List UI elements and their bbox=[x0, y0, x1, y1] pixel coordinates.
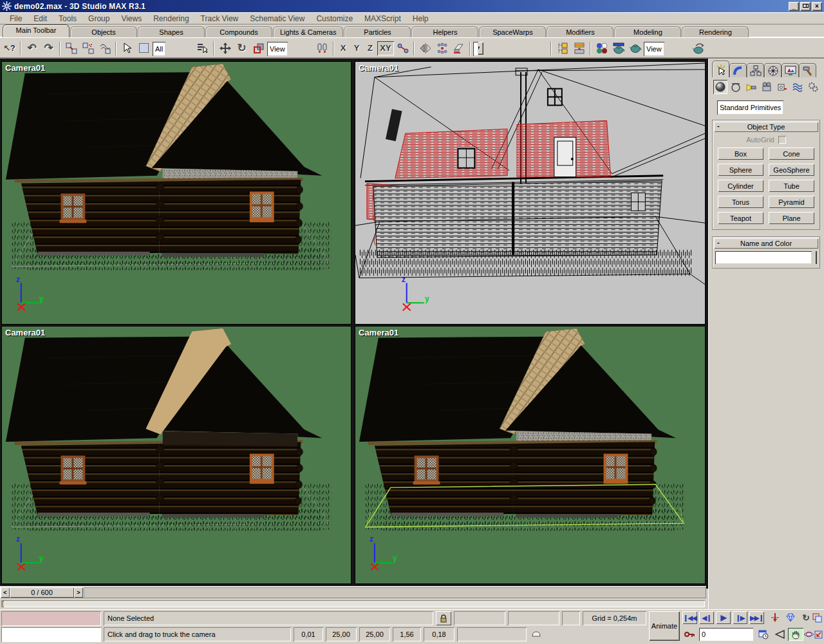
open-schematic-view-button[interactable] bbox=[571, 40, 587, 57]
coord-extra-field-2[interactable]: 0,18 bbox=[424, 627, 454, 641]
sphere-button[interactable]: Sphere bbox=[718, 164, 763, 176]
plane-button[interactable]: Plane bbox=[769, 212, 814, 224]
current-frame-input[interactable] bbox=[699, 628, 753, 641]
close-button[interactable]: × bbox=[812, 2, 822, 11]
undo-button[interactable]: ↶ bbox=[24, 40, 40, 57]
zoom-extents-all-button[interactable] bbox=[783, 611, 798, 624]
systems-category-button[interactable] bbox=[806, 80, 820, 94]
tab-spacewarps[interactable]: SpaceWarps bbox=[479, 26, 546, 37]
selection-filter-dropdown[interactable]: All ▼ bbox=[153, 42, 194, 55]
display-tab[interactable] bbox=[782, 63, 799, 77]
cone-button[interactable]: Cone bbox=[769, 147, 814, 160]
time-slider-track[interactable] bbox=[84, 587, 706, 598]
cylinder-button[interactable]: Cylinder bbox=[718, 180, 763, 192]
hierarchy-tab[interactable] bbox=[747, 63, 764, 77]
geosphere-button[interactable]: GeoSphere bbox=[769, 164, 814, 176]
tab-helpers[interactable]: Helpers bbox=[411, 26, 478, 37]
coord-x-field[interactable]: 0,01 bbox=[294, 627, 323, 641]
object-color-swatch[interactable] bbox=[816, 251, 817, 264]
help-mode-button[interactable]: ↖? bbox=[1, 40, 17, 57]
tab-shapes[interactable]: Shapes bbox=[138, 26, 205, 37]
select-and-link-button[interactable] bbox=[63, 40, 79, 57]
tube-button[interactable]: Tube bbox=[769, 180, 814, 192]
torus-button[interactable]: Torus bbox=[718, 196, 763, 208]
viewport-label[interactable]: Camera01 bbox=[5, 63, 45, 73]
viewport-bottom-right-camera01-active[interactable]: Camera01 z y bbox=[355, 326, 706, 584]
min-max-toggle-button[interactable] bbox=[814, 628, 823, 641]
key-mode-toggle[interactable] bbox=[767, 611, 783, 624]
coord-y-field[interactable]: 25,00 bbox=[326, 627, 357, 641]
mirror-button[interactable] bbox=[417, 40, 433, 57]
teapot-button[interactable]: Teapot bbox=[718, 212, 763, 224]
coord-extra-field[interactable]: 1,56 bbox=[393, 627, 421, 641]
reference-coordinate-dropdown[interactable]: View ▼ bbox=[267, 42, 314, 55]
menu-customize[interactable]: Customize bbox=[310, 13, 359, 24]
orbit-camera-button[interactable] bbox=[803, 628, 814, 641]
menu-help[interactable]: Help bbox=[407, 13, 435, 24]
align-flyout-button[interactable] bbox=[451, 40, 467, 57]
box-button[interactable]: Box bbox=[718, 147, 763, 160]
pyramid-button[interactable]: Pyramid bbox=[769, 196, 814, 208]
region-select-button[interactable] bbox=[136, 40, 152, 57]
time-slider-thumb[interactable]: 0 / 600 bbox=[10, 587, 74, 598]
open-track-view-button[interactable] bbox=[554, 40, 570, 57]
menu-schematic-view[interactable]: Schematic View bbox=[244, 13, 310, 24]
name-color-rollout-header[interactable]: - Name and Color bbox=[714, 238, 818, 249]
object-type-rollout-header[interactable]: - Object Type bbox=[714, 122, 818, 132]
render-type-dropdown[interactable]: View ▼ bbox=[644, 42, 690, 55]
spacewarps-category-button[interactable] bbox=[791, 80, 805, 94]
menu-views[interactable]: Views bbox=[115, 13, 147, 24]
time-configuration-button[interactable] bbox=[756, 628, 771, 641]
restrict-z-button[interactable]: Z bbox=[364, 41, 377, 55]
menu-maxscript[interactable]: MAXScript bbox=[359, 13, 407, 24]
minimize-button[interactable]: _ bbox=[789, 2, 799, 11]
menu-track-view[interactable]: Track View bbox=[195, 13, 245, 24]
previous-frame-slider-button[interactable]: < bbox=[1, 587, 10, 598]
next-frame-slider-button[interactable]: > bbox=[74, 587, 83, 598]
select-and-scale-button[interactable] bbox=[250, 40, 267, 57]
coord-z-field[interactable]: 25,00 bbox=[359, 627, 390, 641]
use-center-flyout-button[interactable] bbox=[314, 40, 330, 57]
maxscript-macro-recorder-field[interactable] bbox=[1, 611, 101, 626]
select-by-name-button[interactable] bbox=[194, 40, 211, 57]
set-key-button[interactable] bbox=[682, 628, 697, 641]
viewport-label[interactable]: Camera01 bbox=[5, 328, 45, 337]
tab-main-toolbar[interactable]: Main Toolbar bbox=[3, 24, 70, 37]
render-scene-button[interactable] bbox=[610, 40, 626, 57]
tab-objects[interactable]: Objects bbox=[70, 26, 137, 37]
truck-camera-button[interactable] bbox=[788, 628, 803, 641]
object-category-dropdown[interactable]: Standard Primitives ▼ bbox=[717, 100, 818, 113]
select-and-manipulate-button[interactable] bbox=[395, 40, 411, 57]
autogrid-checkbox[interactable] bbox=[778, 136, 786, 144]
unlink-selection-button[interactable] bbox=[80, 40, 96, 57]
select-and-rotate-button[interactable]: ↻ bbox=[234, 40, 250, 57]
geometry-category-button[interactable] bbox=[713, 80, 727, 94]
previous-frame-button[interactable]: ◀❙ bbox=[699, 611, 714, 624]
menu-edit[interactable]: Edit bbox=[28, 13, 53, 24]
viewport-label[interactable]: Camera01 bbox=[359, 63, 398, 73]
menu-rendering[interactable]: Rendering bbox=[147, 13, 194, 24]
snap-2d-button[interactable] bbox=[528, 627, 543, 641]
select-object-button[interactable] bbox=[119, 40, 135, 57]
select-and-move-button[interactable] bbox=[217, 40, 233, 57]
utilities-tab[interactable] bbox=[799, 63, 816, 77]
viewport-top-left-camera01[interactable]: Camera01 z y bbox=[1, 61, 351, 325]
tab-modifiers[interactable]: Modifiers bbox=[547, 26, 613, 37]
restrict-y-button[interactable]: Y bbox=[350, 41, 363, 55]
lights-category-button[interactable] bbox=[744, 80, 758, 94]
snap-25d-button[interactable] bbox=[546, 641, 561, 644]
restrict-x-button[interactable]: X bbox=[337, 41, 350, 55]
play-button[interactable]: ▶ bbox=[716, 611, 731, 624]
next-frame-button[interactable]: ❙▶ bbox=[733, 611, 747, 624]
tab-lights-cameras[interactable]: Lights & Cameras bbox=[273, 26, 343, 37]
menu-group[interactable]: Group bbox=[82, 13, 115, 24]
tab-compounds[interactable]: Compounds bbox=[205, 26, 272, 37]
named-selection-sets-dropdown[interactable]: ▼ bbox=[473, 42, 548, 55]
create-tab[interactable] bbox=[712, 61, 729, 77]
motion-tab[interactable] bbox=[764, 63, 782, 77]
viewport-top-right-camera01-wireframe[interactable]: Camera01 z y bbox=[355, 61, 706, 325]
array-flyout-button[interactable] bbox=[434, 40, 450, 57]
animate-button[interactable]: Animate bbox=[649, 611, 680, 641]
restrict-xy-plane-button[interactable]: XY bbox=[377, 41, 394, 55]
track-bar[interactable]: [ bbox=[0, 600, 706, 609]
